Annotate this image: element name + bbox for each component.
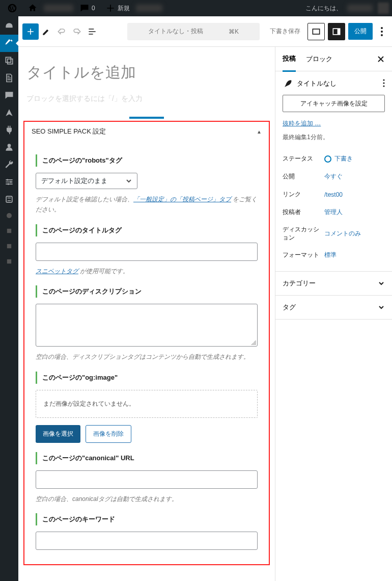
undo-button[interactable] — [54, 24, 69, 39]
menu-tools[interactable] — [0, 156, 18, 173]
canonical-help: 空白の場合、canonicalタグは自動で生成されます。 — [36, 494, 258, 504]
extra-item[interactable]: xxxxxx — [136, 5, 162, 12]
username[interactable] — [347, 5, 373, 12]
menu-dashboard[interactable] — [0, 17, 18, 35]
home-icon[interactable] — [23, 3, 42, 13]
new-button[interactable]: 新規 — [101, 3, 134, 13]
menu-appearance[interactable] — [0, 104, 18, 121]
admin-bar: xxxxxxx 0 新規 xxxxxx こんにちは、 — [0, 0, 392, 16]
add-excerpt-link[interactable]: 抜粋を追加 … — [283, 119, 321, 128]
menu-sub1[interactable] — [0, 208, 18, 223]
svg-point-0 — [7, 179, 8, 180]
comments-count: 0 — [92, 5, 95, 12]
chevron-down-icon — [378, 280, 385, 287]
discussion-value[interactable]: コメントのみ — [324, 226, 361, 242]
seo-panel-header[interactable]: SEO SIMPLE PACK 設定 ▲ — [24, 122, 269, 141]
general-settings-link[interactable]: 「一般設定」の「投稿ページ」タブ — [133, 196, 231, 203]
svg-point-2 — [8, 183, 9, 185]
svg-rect-6 — [7, 244, 11, 248]
doc-more-icon[interactable] — [383, 79, 385, 89]
menu-pages[interactable] — [0, 69, 18, 87]
menu-sub4[interactable] — [0, 254, 18, 269]
svg-rect-8 — [313, 29, 319, 34]
menu-users[interactable] — [0, 139, 18, 156]
sidebar-toggle[interactable] — [328, 23, 345, 40]
panel-toggle-icon: ▲ — [257, 129, 262, 135]
add-block-button[interactable] — [22, 23, 39, 40]
ogimage-label: このページの"og:image" — [36, 372, 258, 384]
menu-plugins[interactable] — [0, 121, 18, 139]
tab-post[interactable]: 投稿 — [283, 47, 296, 72]
publish-value[interactable]: 今すぐ — [324, 172, 343, 181]
preview-button[interactable] — [307, 23, 325, 40]
description-label: このページのディスクリプション — [36, 285, 258, 298]
wp-logo[interactable] — [3, 3, 21, 13]
permalink-value[interactable]: /test00 — [324, 190, 343, 199]
post-title-input[interactable]: タイトルを追加 — [23, 52, 270, 89]
command-bar[interactable]: タイトルなし・投稿 ⌘K — [127, 23, 260, 40]
svg-point-11 — [381, 27, 383, 29]
menu-media[interactable] — [0, 52, 18, 69]
publish-button[interactable]: 公開 — [348, 23, 373, 40]
svg-point-4 — [7, 213, 12, 218]
ogimage-empty: まだ画像が設定されていません。 — [36, 390, 258, 418]
svg-rect-3 — [6, 196, 12, 202]
admin-menu — [0, 16, 18, 581]
menu-settings[interactable] — [0, 173, 18, 191]
menu-extra1[interactable] — [0, 191, 18, 208]
save-draft-button[interactable]: 下書き保存 — [266, 27, 304, 36]
robots-label: このページの"robots"タグ — [36, 154, 258, 167]
chevron-down-icon — [126, 178, 132, 184]
menu-sub2[interactable] — [0, 223, 18, 239]
svg-point-16 — [383, 85, 384, 87]
edit-tool[interactable] — [39, 24, 54, 39]
svg-rect-5 — [7, 229, 11, 233]
robots-select[interactable]: デフォルト設定のまま — [36, 173, 137, 189]
title-tag-input[interactable] — [36, 243, 258, 261]
close-sidebar-icon[interactable] — [377, 55, 385, 63]
outline-button[interactable] — [85, 24, 100, 39]
svg-point-1 — [10, 181, 12, 182]
title-tag-label: このページのタイトルタグ — [36, 224, 258, 236]
greeting: こんにちは、 — [305, 4, 342, 13]
svg-point-12 — [381, 31, 383, 33]
svg-point-15 — [383, 82, 384, 84]
select-image-button[interactable]: 画像を選択 — [36, 425, 80, 443]
svg-rect-7 — [7, 259, 11, 263]
last-edited: 最終編集1分前。 — [283, 133, 385, 142]
description-help: 空白の場合、ディスクリプションタグはコンテンツから自動で生成されます。 — [36, 352, 258, 362]
chevron-down-icon — [378, 304, 385, 311]
category-panel[interactable]: カテゴリー — [275, 272, 392, 296]
seo-metabox: SEO SIMPLE PACK 設定 ▲ このページの"robots"タグ デフ… — [23, 121, 270, 565]
avatar[interactable] — [378, 3, 389, 14]
menu-sub3[interactable] — [0, 239, 18, 254]
description-textarea[interactable] — [36, 304, 258, 347]
svg-point-13 — [381, 34, 383, 36]
menu-posts[interactable] — [0, 35, 18, 52]
document-title: タイトルなし — [297, 79, 337, 88]
format-value[interactable]: 標準 — [324, 251, 337, 259]
redo-button[interactable] — [69, 24, 85, 39]
author-value[interactable]: 管理人 — [324, 208, 343, 217]
metabox-tab-indicator — [23, 117, 270, 119]
remove-image-button[interactable]: 画像を削除 — [86, 425, 131, 443]
more-menu[interactable] — [376, 27, 388, 36]
tab-block[interactable]: ブロック — [306, 47, 332, 71]
comments-icon[interactable]: 0 — [75, 3, 99, 13]
keyword-input[interactable] — [36, 532, 258, 550]
snippet-tag-link[interactable]: スニペットタグ — [36, 268, 78, 275]
keyword-label: このページのキーワード — [36, 513, 258, 525]
tag-panel[interactable]: タグ — [275, 296, 392, 320]
svg-point-14 — [383, 79, 384, 81]
site-name[interactable]: xxxxxxx — [44, 5, 73, 12]
canonical-input[interactable] — [36, 470, 258, 489]
settings-sidebar: 投稿 ブロック タイトルなし アイキャッチ画像を設定 抜粋を追加 … 最終編集1… — [275, 47, 392, 581]
status-value[interactable]: 下書き — [324, 154, 353, 163]
menu-comments[interactable] — [0, 87, 18, 104]
svg-rect-10 — [338, 29, 340, 35]
status-dot-icon — [324, 155, 331, 163]
feather-icon — [283, 78, 293, 89]
block-placeholder[interactable]: ブロックを選択するには「/」を入力 — [23, 89, 270, 117]
robots-help: デフォルト設定を確認したい場合、「一般設定」の「投稿ページ」タブ をご覧ください… — [36, 194, 258, 215]
set-featured-image-button[interactable]: アイキャッチ画像を設定 — [283, 95, 385, 112]
